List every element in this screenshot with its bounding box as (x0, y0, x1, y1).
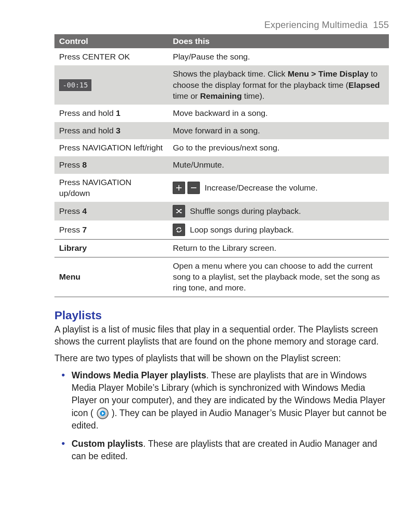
list-item: Custom playlists. These are playlists th… (72, 437, 389, 462)
control-cell: Menu (54, 257, 168, 297)
desc-cell: Shuffle songs during playback. (168, 202, 389, 220)
desc-cell: Loop songs during playback. (168, 220, 389, 240)
control-cell: Press NAVIGATION up/down (54, 174, 168, 202)
page-number: 155 (373, 19, 389, 30)
control-cell: Press 4 (54, 202, 168, 220)
table-row: Press 7 Loop songs during playback. (54, 220, 389, 240)
table-row: Press and hold 1 Move backward in a song… (54, 105, 389, 122)
control-cell: Press 8 (54, 156, 168, 173)
desc-cell: Go to the previous/next song. (168, 139, 389, 156)
paragraph: A playlist is a list of music files that… (54, 324, 389, 348)
desc-cell: Play/Pause the song. (168, 48, 389, 65)
table-row: Menu Open a menu where you can choose to… (54, 257, 389, 297)
desc-cell: Open a menu where you can choose to add … (168, 257, 389, 297)
desc-cell: Move forward in a song. (168, 122, 389, 139)
table-row: -00:15 Shows the playback time. Click Me… (54, 65, 389, 105)
desc-cell: Return to the Library screen. (168, 240, 389, 257)
playlist-types-list: Windows Media Player playlists. These ar… (54, 369, 389, 462)
table-row: Library Return to the Library screen. (54, 240, 389, 257)
table-row: Press and hold 3 Move forward in a song. (54, 122, 389, 139)
table-row: Press NAVIGATION left/right Go to the pr… (54, 139, 389, 156)
col-does-this: Does this (168, 34, 389, 48)
minus-icon (187, 182, 200, 194)
loop-icon (173, 224, 185, 236)
shuffle-icon (173, 205, 185, 217)
table-row: Press NAVIGATION up/down Increase/Decrea… (54, 174, 389, 202)
control-cell: -00:15 (54, 65, 168, 105)
desc-cell: Shows the playback time. Click Menu > Ti… (168, 65, 389, 105)
table-row: Press CENTER OK Play/Pause the song. (54, 48, 389, 65)
col-control: Control (54, 34, 168, 48)
manual-page: Experiencing Multimedia 155 Control Does… (0, 0, 420, 516)
control-cell: Library (54, 240, 168, 257)
running-header-title: Experiencing Multimedia (264, 19, 368, 30)
controls-table: Control Does this Press CENTER OK Play/P… (54, 34, 389, 297)
desc-cell: Mute/Unmute. (168, 156, 389, 173)
running-header: Experiencing Multimedia 155 (54, 19, 389, 30)
table-row: Press 4 Shuffle songs during playback. (54, 202, 389, 220)
paragraph: There are two types of playlists that wi… (54, 352, 389, 364)
control-cell: Press and hold 3 (54, 122, 168, 139)
table-row: Press 8 Mute/Unmute. (54, 156, 389, 173)
control-cell: Press and hold 1 (54, 105, 168, 122)
table-header-row: Control Does this (54, 34, 389, 48)
desc-cell: Move backward in a song. (168, 105, 389, 122)
control-cell: Press 7 (54, 220, 168, 240)
control-cell: Press CENTER OK (54, 48, 168, 65)
time-display-pill: -00:15 (59, 79, 91, 91)
list-item: Windows Media Player playlists. These ar… (72, 369, 389, 432)
control-cell: Press NAVIGATION left/right (54, 139, 168, 156)
plus-icon (173, 182, 185, 194)
section-heading-playlists: Playlists (54, 309, 389, 322)
wmp-icon (97, 408, 108, 419)
desc-cell: Increase/Decrease the volume. (168, 174, 389, 202)
